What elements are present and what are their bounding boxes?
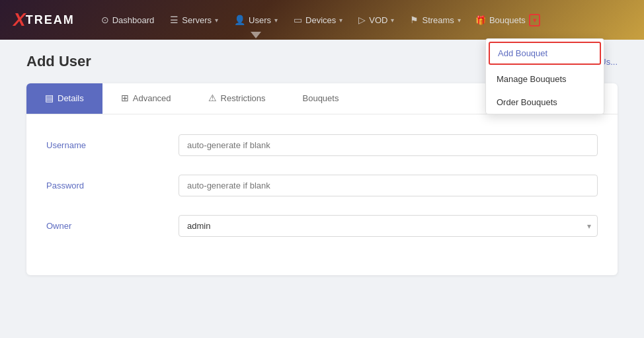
- nav-item-vod[interactable]: ▷ VOD ▾: [352, 11, 401, 29]
- nav-label-devices: Devices: [305, 15, 336, 25]
- nav-label-users: Users: [249, 15, 271, 25]
- vod-icon: ▷: [358, 15, 366, 25]
- password-label: Password: [46, 181, 179, 190]
- page-title: Add User: [26, 53, 91, 70]
- nav-label-servers: Servers: [182, 15, 212, 25]
- nav-label-vod: VOD: [369, 15, 387, 25]
- navbar: X TREAM ⊙ Dashboard ☰ Servers ▾ 👤 Users …: [0, 0, 644, 40]
- nav-items: ⊙ Dashboard ☰ Servers ▾ 👤 Users ▾ ▭ Devi…: [95, 10, 631, 30]
- dropdown-item-add-bouquet[interactable]: Add Bouquet: [489, 42, 601, 65]
- owner-row: Owner admin ▾: [46, 215, 598, 237]
- dropdown-item-order-bouquets[interactable]: Order Bouquets: [486, 91, 604, 114]
- username-input[interactable]: [179, 134, 598, 156]
- dashboard-icon: ⊙: [101, 15, 109, 25]
- owner-label: Owner: [46, 221, 179, 231]
- tab-restrictions-label: Restrictions: [221, 93, 266, 103]
- tab-restrictions[interactable]: ⚠ Restrictions: [190, 83, 284, 114]
- logo-tream: TREAM: [26, 13, 75, 27]
- streams-chevron-icon: ▾: [458, 17, 461, 24]
- nav-label-bouquets: Bouquets: [489, 15, 526, 25]
- bouquets-icon: 🎁: [475, 15, 486, 25]
- nav-item-dashboard[interactable]: ⊙ Dashboard: [95, 11, 161, 29]
- bouquets-dropdown-menu: Add Bouquet Manage Bouquets Order Bouque…: [485, 38, 604, 114]
- tab-details-label: Details: [58, 93, 84, 103]
- password-row: Password: [46, 175, 598, 196]
- servers-icon: ☰: [170, 15, 179, 25]
- details-tab-icon: ▤: [45, 93, 54, 103]
- logo[interactable]: X TREAM: [13, 9, 75, 30]
- owner-select-wrapper: admin ▾: [179, 215, 598, 237]
- nav-item-devices[interactable]: ▭ Devices ▾: [287, 11, 349, 29]
- devices-chevron-icon: ▾: [339, 17, 342, 24]
- users-chevron-icon: ▾: [274, 17, 278, 24]
- users-nav-triangle: [251, 32, 261, 38]
- password-input[interactable]: [179, 175, 598, 196]
- nav-label-streams: Streams: [422, 15, 454, 25]
- tab-advanced[interactable]: ⊞ Advanced: [102, 83, 190, 114]
- dropdown-item-manage-bouquets[interactable]: Manage Bouquets: [486, 67, 604, 91]
- streams-icon: ⚑: [410, 15, 419, 25]
- devices-icon: ▭: [294, 15, 302, 25]
- nav-label-dashboard: Dashboard: [112, 15, 155, 25]
- advanced-tab-icon: ⊞: [121, 93, 129, 103]
- username-row: Username: [46, 134, 598, 156]
- logo-x: X: [13, 9, 26, 30]
- nav-item-streams[interactable]: ⚑ Streams ▾: [403, 11, 467, 29]
- tab-bouquets-label: Bouquets: [303, 93, 339, 103]
- form-area: Username Password Owner admin ▾: [26, 114, 618, 275]
- users-icon: 👤: [234, 15, 245, 25]
- restrictions-tab-icon: ⚠: [208, 93, 217, 103]
- tab-details[interactable]: ▤ Details: [26, 83, 102, 114]
- username-label: Username: [46, 140, 179, 150]
- nav-item-users[interactable]: 👤 Users ▾: [227, 11, 284, 29]
- bouquets-dropdown-icon[interactable]: ▾: [529, 14, 540, 26]
- tab-bouquets[interactable]: Bouquets: [284, 83, 358, 114]
- tab-advanced-label: Advanced: [133, 93, 171, 103]
- nav-item-bouquets[interactable]: 🎁 Bouquets ▾: [470, 10, 545, 30]
- owner-select[interactable]: admin: [179, 215, 598, 237]
- servers-chevron-icon: ▾: [215, 17, 218, 24]
- nav-item-servers[interactable]: ☰ Servers ▾: [163, 11, 225, 29]
- vod-chevron-icon: ▾: [391, 17, 394, 24]
